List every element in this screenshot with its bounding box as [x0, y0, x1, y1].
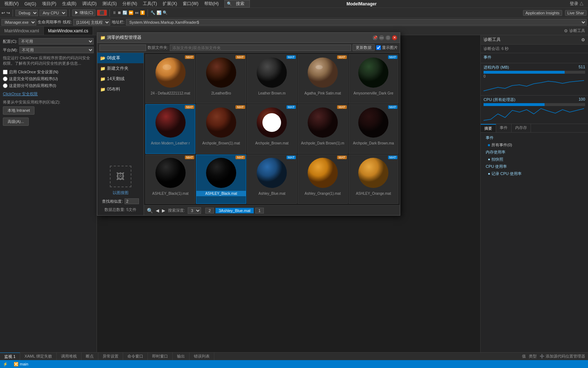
rp-cpu-title[interactable]: CPU 使用率	[484, 163, 585, 170]
menu-test[interactable]: 测试(S)	[99, 1, 120, 7]
exe-select[interactable]: IManager.exe	[1, 19, 36, 26]
modal-path-input[interactable]	[170, 45, 351, 51]
login-btn[interactable]: 登录 △	[567, 1, 587, 7]
clickonce-link[interactable]: ClickOnce 安全权限	[3, 91, 94, 97]
app-insights-btn[interactable]: Application Insights	[523, 10, 562, 16]
rp-mem-usage[interactable]: 内存使用率	[484, 148, 585, 156]
status-git[interactable]: 🔀 main	[14, 362, 28, 367]
bottom-tab-command[interactable]: 命令窗口	[123, 353, 148, 360]
search-by-image-btn[interactable]: 以图搜图	[113, 190, 129, 196]
modal-forward-btn[interactable]: ▶	[162, 208, 165, 213]
mat-item-10[interactable]: MAT ASHLEY_Black(1).mat	[145, 155, 195, 204]
mat-item-3[interactable]: MAT Agatha_Pink Satin.mat	[298, 54, 347, 104]
menu-window[interactable]: 窗口(W)	[180, 1, 201, 7]
modal-search-input[interactable]	[99, 45, 146, 51]
rp-tab-summary[interactable]: 摘要	[481, 124, 496, 132]
advanced-btn[interactable]: 高级(A)...	[3, 118, 29, 126]
mat-item-12[interactable]: MAT Ashley_Blue.mat	[247, 155, 297, 204]
bottom-tab-output[interactable]: 输出	[173, 353, 190, 360]
config-select[interactable]: 不可用	[19, 38, 94, 45]
bottom-tab-ashley[interactable]: 3Ashley_Blue.mat	[215, 208, 254, 213]
rp-record-cpu[interactable]: ● 记录 CPU 使用率	[484, 170, 585, 177]
mat-thumb-4	[349, 55, 398, 91]
rp-tab-events[interactable]: 事件	[496, 124, 512, 132]
menu-help[interactable]: 帮助(H)	[201, 1, 222, 7]
svg-point-14	[257, 158, 287, 188]
menu-view[interactable]: 视图(V)	[1, 1, 22, 7]
live-share-btn[interactable]: Live Shar	[565, 10, 587, 16]
sidebar-item-new-folder[interactable]: 📁 新建文件夹	[97, 63, 144, 74]
tab-mainwindow-xaml[interactable]: MainWindow.xaml	[0, 27, 44, 35]
menu-git[interactable]: Git(G)	[22, 1, 39, 6]
radio-full-trust[interactable]: 这是完全可信的应用程序(U)	[3, 76, 94, 82]
mat-item-6[interactable]: MAT Archpole_Brown(1).mat	[196, 104, 246, 153]
modal-search-icon[interactable]: 🔍	[147, 208, 153, 213]
bottom-tab-immediate[interactable]: 即时窗口	[148, 353, 173, 360]
mat-item-11[interactable]: MAT ASHLEY_Black.mat	[196, 155, 246, 204]
modal-minimize-btn[interactable]: —	[379, 35, 384, 40]
bottom-tab-watch[interactable]: 监视 1	[0, 353, 20, 360]
menu-build[interactable]: 生成(B)	[59, 1, 79, 7]
sidebar-item-fabric[interactable]: 📁 05布料	[97, 84, 144, 95]
mat-item-13[interactable]: MAT Ashley_Orange(1).mat	[298, 155, 347, 204]
rp-snapshot[interactable]: ● 拍快照	[484, 156, 585, 163]
show-img-checkbox[interactable]	[376, 45, 381, 50]
debug-select[interactable]: Debug	[15, 10, 38, 16]
search-box[interactable]: 🔍 搜索	[224, 0, 250, 8]
sidebar-item-leather[interactable]: 📂 08皮革	[97, 53, 144, 63]
mat-badge-1: MAT	[235, 55, 245, 59]
mat-item-5[interactable]: MAT Anton Modern_Leather r	[145, 104, 195, 153]
zone-btn[interactable]: 本地 Intranet	[3, 106, 34, 115]
radio-clickonce[interactable]: 启用 ClickOnce 安全设置(N)	[3, 69, 94, 75]
mat-item-9[interactable]: MAT Archpole_Dark Brown.ma	[349, 104, 398, 153]
sidebar-item-velvet[interactable]: 📁 14天鹅绒	[97, 74, 144, 84]
modal-maximize-btn[interactable]: □	[386, 35, 391, 40]
cpu-chart	[484, 107, 585, 121]
similarity-input[interactable]	[125, 198, 139, 204]
show-img-label[interactable]: 显示图片	[376, 45, 398, 50]
rp-events-title[interactable]: 事件	[484, 134, 585, 142]
menu-analyze[interactable]: 分析(N)	[120, 1, 140, 7]
modal-close-btn[interactable]: ✕	[392, 35, 397, 40]
depth-select[interactable]: 3	[188, 207, 201, 214]
tab-mainwindow-cs[interactable]: MainWindow.xaml.cs	[44, 27, 93, 35]
undo-btn[interactable]: ↩	[1, 10, 5, 15]
menu-tools[interactable]: 工具(T)	[140, 1, 160, 7]
mat-name-3: Agatha_Pink Satin.mat	[298, 91, 347, 96]
menu-project[interactable]: 项目(P)	[39, 1, 59, 7]
events-section-title[interactable]: 事件	[484, 55, 585, 60]
mat-item-8[interactable]: MAT Archpole_Dark Brown(1).m	[298, 104, 347, 153]
menu-ext[interactable]: 扩展(X)	[160, 1, 180, 7]
diag-settings-icon[interactable]: ⚙	[581, 37, 585, 42]
settings-icon[interactable]: ⚙	[564, 28, 568, 33]
mat-item-14[interactable]: MAT ASHLEY_Orange.mat	[349, 155, 398, 204]
mat-item-1[interactable]: MAT 2LeatherBro	[196, 54, 246, 104]
markup-select[interactable]: System.Windows.Markup.XamlReader$	[126, 19, 587, 26]
bottom-tab-1[interactable]: 1	[255, 208, 264, 213]
modal-pin-btn[interactable]: 📌	[373, 35, 378, 40]
modal-back-btn[interactable]: ◀	[156, 208, 159, 213]
rp-tab-memory[interactable]: 内存存	[512, 124, 531, 132]
mat-item-0[interactable]: MAT 24 - Default2221112.mat	[145, 54, 195, 104]
bottom-tab-2[interactable]: 2	[205, 208, 214, 213]
bottom-tab-errors[interactable]: 错误列表	[190, 353, 214, 360]
bottom-tab-xaml[interactable]: XAML 绑定失败	[20, 353, 57, 360]
mat-item-7[interactable]: MAT Archpole_Brown.mat	[247, 104, 297, 153]
thread-select[interactable]: [11664] 主线程	[73, 19, 110, 26]
menu-debug[interactable]: 调试(D)	[79, 1, 100, 7]
bottom-tab-exceptions[interactable]: 异常设置	[98, 353, 123, 360]
add-source-btn[interactable]: ➕ 添加源代码位置管理器	[540, 354, 585, 359]
bottom-tab-callstack[interactable]: 调用堆栈	[57, 353, 81, 360]
status-icon1[interactable]: ⚡	[3, 362, 8, 367]
mat-item-4[interactable]: MAT Amysomerville_Dark Gre	[349, 54, 398, 104]
type-col: 类型	[529, 354, 537, 359]
bottom-tab-breakpoints[interactable]: 断点	[81, 353, 98, 360]
platform-select[interactable]: 不可用	[19, 47, 94, 53]
cpu-select[interactable]: Any CPU	[39, 10, 67, 16]
redo-btn[interactable]: ↪	[6, 10, 10, 15]
update-data-btn[interactable]: 更新数据	[353, 44, 375, 51]
mat-item-2[interactable]: MAT Leather Brown.m	[247, 54, 297, 104]
radio-partial-trust[interactable]: 这是部分可信的应用程序(I)	[3, 83, 94, 88]
stop-btn[interactable]: ⬛	[97, 10, 107, 16]
run-btn[interactable]: ▶ 继续(C)	[72, 9, 95, 16]
